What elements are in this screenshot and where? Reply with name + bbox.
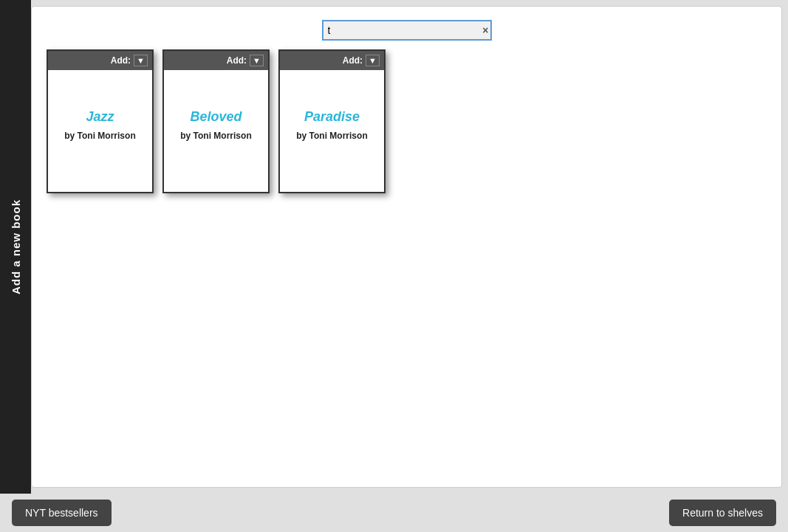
book-add-label-beloved: Add: bbox=[227, 55, 247, 66]
book-author-jazz: by Toni Morrison bbox=[64, 131, 135, 141]
book-add-bar-jazz: Add: ▼ bbox=[48, 51, 152, 70]
book-card-jazz[interactable]: Add: ▼ Jazz by Toni Morrison bbox=[47, 49, 154, 193]
book-add-dropdown-paradise[interactable]: ▼ bbox=[366, 55, 380, 66]
return-to-shelves-button[interactable]: Return to shelves bbox=[669, 500, 776, 526]
book-add-dropdown-jazz[interactable]: ▼ bbox=[134, 55, 148, 66]
book-card-paradise[interactable]: Add: ▼ Paradise by Toni Morrison bbox=[278, 49, 386, 193]
sidebar[interactable]: Add a new book bbox=[0, 0, 31, 494]
book-card-beloved[interactable]: Add: ▼ Beloved by Toni Morrison bbox=[162, 49, 270, 193]
book-add-dropdown-beloved[interactable]: ▼ bbox=[250, 55, 264, 66]
book-title-jazz: Jazz bbox=[86, 109, 114, 125]
content-area: × Add: ▼ Jazz by Toni Morrison Add: ▼ Be… bbox=[31, 6, 782, 488]
book-add-label-jazz: Add: bbox=[111, 55, 131, 66]
search-input[interactable] bbox=[322, 20, 492, 41]
book-title-paradise: Paradise bbox=[304, 109, 360, 125]
search-input-wrapper: × bbox=[322, 20, 492, 41]
book-title-beloved: Beloved bbox=[190, 109, 241, 125]
footer: NYT bestsellers Return to shelves bbox=[0, 494, 788, 532]
book-add-bar-paradise: Add: ▼ bbox=[280, 51, 384, 70]
book-add-bar-beloved: Add: ▼ bbox=[164, 51, 268, 70]
books-container: Add: ▼ Jazz by Toni Morrison Add: ▼ Belo… bbox=[32, 49, 781, 193]
book-author-paradise: by Toni Morrison bbox=[296, 131, 367, 141]
main-wrapper: Add a new book × Add: ▼ Jazz by Toni Mor… bbox=[0, 0, 788, 494]
search-bar-container: × bbox=[32, 7, 781, 49]
nyt-bestsellers-button[interactable]: NYT bestsellers bbox=[12, 500, 112, 526]
book-add-label-paradise: Add: bbox=[343, 55, 363, 66]
book-author-beloved: by Toni Morrison bbox=[180, 131, 251, 141]
search-clear-button[interactable]: × bbox=[482, 25, 488, 35]
add-new-book-label[interactable]: Add a new book bbox=[10, 199, 22, 294]
